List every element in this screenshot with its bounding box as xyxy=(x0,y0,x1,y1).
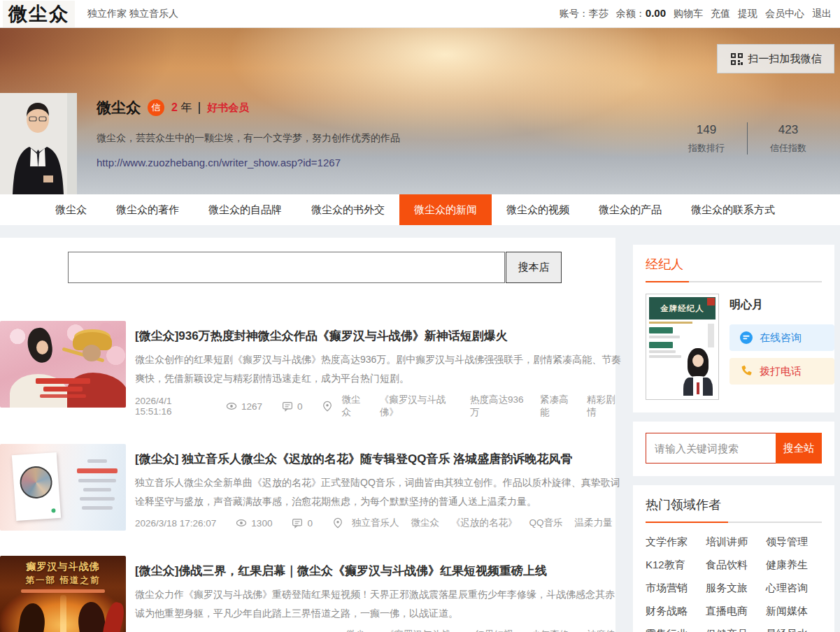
tag[interactable]: 独立音乐人 xyxy=(352,517,399,529)
article-title[interactable]: [微尘众]936万热度封神微尘众作品《癫罗汉与斗战佛》新神话短剧爆火 xyxy=(135,328,622,344)
tag[interactable]: 热度高达936万 xyxy=(470,394,528,419)
hot-tag[interactable]: 财务战略 xyxy=(646,605,702,618)
comment-icon xyxy=(292,517,303,529)
comment-count: 0 xyxy=(282,401,303,412)
site-search-button[interactable]: 搜全站 xyxy=(776,433,822,464)
online-consult-button[interactable]: 在线咨询 xyxy=(729,324,834,351)
scan-wechat-button[interactable]: 扫一扫加我微信 xyxy=(717,44,834,73)
article-date: 2026/3/18 17:26:07 xyxy=(135,518,216,529)
hot-tag[interactable]: 零售行业 xyxy=(646,628,702,632)
site-search-input[interactable] xyxy=(646,433,776,464)
link-withdraw[interactable]: 提现 xyxy=(738,8,757,20)
article-title[interactable]: [微尘众]佛战三界，红果启幕｜微尘众《癫罗汉与斗战佛》红果短视频重磅上线 xyxy=(135,563,622,579)
tab-products[interactable]: 微尘众的产品 xyxy=(584,194,676,225)
article-thumbnail-album[interactable] xyxy=(0,444,126,531)
tag-pin-icon xyxy=(332,517,343,529)
hot-tag[interactable]: 易经风水 xyxy=(766,628,822,632)
stat-index-rank: 149 指数排行 xyxy=(674,123,739,155)
agent-name: 明心月 xyxy=(729,298,834,313)
link-cart[interactable]: 购物车 xyxy=(674,8,703,20)
article-tags: 微尘众 《癫罗汉与斗战佛》 热度高达936万 紧凑高能 精彩剧情 xyxy=(341,394,622,419)
article-thumbnail-drama[interactable] xyxy=(0,321,126,408)
tab-book-diplomacy[interactable]: 微尘众的书外交 xyxy=(297,194,399,225)
tag[interactable]: QQ音乐 xyxy=(529,517,562,529)
article-thumbnail-poster[interactable]: 癫罗汉与斗战佛 第一部 悟道之前 xyxy=(0,556,126,632)
site-search-card: 搜全站 xyxy=(633,422,834,476)
site-logo[interactable]: 微尘众 xyxy=(3,1,75,27)
tab-brand[interactable]: 微尘众的自品牌 xyxy=(194,194,297,225)
article-meta: 2026/3/18 17:26:07 1300 0 xyxy=(135,517,622,529)
article-summary: 微尘众力作《癫罗汉与斗战佛》重磅登陆红果短视频！天界正邪激战震落星辰重伤少年李修… xyxy=(135,585,622,622)
tag[interactable]: 紧凑高能 xyxy=(540,394,575,419)
agent-poster-header: 金牌经纪人 xyxy=(649,297,716,319)
article-tags: 独立音乐人 微尘众 《迟放的名花》 QQ音乐 温柔力量 xyxy=(352,517,613,529)
hot-tag[interactable]: 市场营销 xyxy=(646,582,702,595)
link-member-center[interactable]: 会员中心 xyxy=(765,8,804,20)
tag[interactable]: 《迟放的名花》 xyxy=(451,517,518,529)
tag[interactable]: 温柔力量 xyxy=(574,517,612,529)
shop-search-button[interactable]: 搜本店 xyxy=(506,252,562,283)
hot-tag[interactable]: 食品饮料 xyxy=(706,559,762,572)
profile-banner: 扫一扫加我微信 微尘众 信 2 年 好书会员 微尘众，芸芸众生中的一颗尘埃，有一… xyxy=(0,28,840,194)
tag[interactable]: 《癫罗汉与斗战佛》 xyxy=(380,394,458,419)
news-item: [微尘众] 独立音乐人微尘众《迟放的名花》随专辑登QQ音乐 洛城盛唐韵诉晚花风骨… xyxy=(0,444,615,531)
balance-value: 0.00 xyxy=(646,7,666,19)
tag[interactable]: 精彩剧情 xyxy=(587,394,622,419)
agent-portrait xyxy=(682,348,714,396)
hot-tag[interactable]: 领导管理 xyxy=(766,536,822,549)
poster-subtitle-text: 第一部 悟道之前 xyxy=(0,575,126,587)
hot-tag[interactable]: 服务文旅 xyxy=(706,582,762,595)
link-logout[interactable]: 退出 xyxy=(812,8,832,20)
credit-badge: 信 xyxy=(148,99,164,116)
view-count: 1300 xyxy=(236,517,272,529)
writer-bio: 微尘众，芸芸众生中的一颗尘埃，有一个文学梦，努力创作优秀的作品 xyxy=(97,132,400,145)
tab-home[interactable]: 微尘众 xyxy=(41,194,101,225)
hot-tag[interactable]: 保健产品 xyxy=(706,628,762,632)
hot-tag[interactable]: K12教育 xyxy=(646,559,702,572)
topbar: 微尘众 独立作家 独立音乐人 账号：李莎 余额：0.00 购物车 充值 提现 会… xyxy=(0,0,840,28)
news-item: 癫罗汉与斗战佛 第一部 悟道之前 [微尘众]佛战三界，红果启幕｜微尘众《癫罗汉与… xyxy=(0,556,615,632)
agent-poster[interactable]: 金牌经纪人 xyxy=(646,294,719,400)
tag[interactable]: 《癫罗汉与斗战佛》 xyxy=(385,629,464,632)
tab-contact[interactable]: 微尘众的联系方式 xyxy=(676,194,790,225)
profile-nav: 微尘众 微尘众的著作 微尘众的自品牌 微尘众的书外交 微尘众的新闻 微尘众的视频… xyxy=(0,194,840,225)
tag[interactable]: 红果短视频 xyxy=(475,629,519,632)
hot-tag[interactable]: 新闻媒体 xyxy=(766,605,822,618)
tag[interactable]: 微尘众 xyxy=(346,629,373,632)
scan-wechat-label: 扫一扫加我微信 xyxy=(748,52,822,66)
call-phone-button[interactable]: 拨打电话 xyxy=(729,358,834,385)
hot-tag[interactable]: 培训讲师 xyxy=(706,536,762,549)
comment-count: 0 xyxy=(292,517,313,529)
tag[interactable]: 神魔传奇 xyxy=(587,629,622,632)
divider xyxy=(199,102,200,114)
article-date: 2026/4/1 15:51:16 xyxy=(135,396,206,417)
content: 搜本店 [微尘众]936万热度封神微尘众作品《癫罗汉与斗战佛》新神话短剧爆火 微… xyxy=(0,225,840,632)
sidebar: 经纪人 金牌经纪人 xyxy=(633,245,834,632)
divider xyxy=(646,281,822,282)
tags-group xyxy=(322,401,333,412)
eye-icon xyxy=(236,517,247,529)
article-tags: 微尘众 《癫罗汉与斗战佛》 红果短视频 少年李修缘 神魔传奇 xyxy=(346,629,622,632)
article-title[interactable]: [微尘众] 独立音乐人微尘众《迟放的名花》随专辑登QQ音乐 洛城盛唐韵诉晚花风骨 xyxy=(135,451,622,467)
hot-authors-card: 热门领域作者 文学作家 培训讲师 领导管理 K12教育 食品饮料 健康养生 市场… xyxy=(633,485,834,632)
writer-photo xyxy=(0,93,77,194)
hot-authors-title: 热门领域作者 xyxy=(646,496,822,513)
hot-tag[interactable]: 直播电商 xyxy=(706,605,762,618)
tab-news[interactable]: 微尘众的新闻 xyxy=(399,194,492,225)
hot-tag[interactable]: 心理咨询 xyxy=(766,582,822,595)
tab-videos[interactable]: 微尘众的视频 xyxy=(492,194,584,225)
hot-tag[interactable]: 文学作家 xyxy=(646,536,702,549)
tag[interactable]: 微尘众 xyxy=(411,517,439,529)
qr-code-icon xyxy=(730,52,743,66)
tag[interactable]: 少年李修缘 xyxy=(531,629,575,632)
link-recharge[interactable]: 充值 xyxy=(711,8,730,20)
red-seal xyxy=(707,298,715,306)
tag[interactable]: 微尘众 xyxy=(341,394,367,419)
writer-homepage-url[interactable]: http://www.zuozhebang.cn/writer_show.asp… xyxy=(97,157,400,168)
hot-tag[interactable]: 健康养生 xyxy=(766,559,822,572)
tab-works[interactable]: 微尘众的著作 xyxy=(101,194,194,225)
shop-search-input[interactable] xyxy=(68,252,505,283)
divider xyxy=(747,122,748,155)
writer-stats: 149 指数排行 423 信任指数 xyxy=(674,122,820,155)
shop-search: 搜本店 xyxy=(68,252,615,283)
